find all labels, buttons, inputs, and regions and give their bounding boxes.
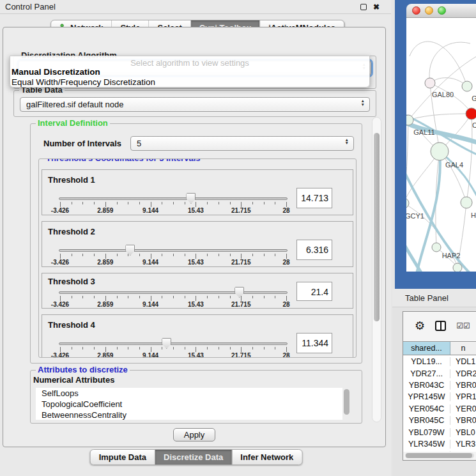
network-node-gcy1[interactable] (406, 198, 409, 208)
attribute-list-item[interactable]: BetweennessCentrality (36, 410, 350, 420)
tab-infer-network[interactable]: Infer Network (232, 450, 302, 464)
network-node[interactable] (453, 263, 462, 272)
table-row[interactable]: YBR045CYBR0 (403, 415, 476, 426)
threshold-4-panel: Threshold 4-3.4262.8599.14415.4321.71528… (42, 314, 353, 358)
threshold-3-panel: Threshold 3-3.4262.8599.14415.4321.71528… (42, 273, 353, 309)
table-data-combobox[interactable]: galFiltered.sif default node ▲▼ (20, 97, 370, 112)
network-edge[interactable] (408, 114, 472, 120)
network-node-gal80[interactable] (425, 78, 435, 88)
tab-discretize-data[interactable]: Discretize Data (155, 450, 232, 464)
network-edge-highlighted[interactable] (417, 151, 440, 272)
table-panel: Table Panel ⚙ ☑☑ shared... n YDL19...YDL… (392, 289, 476, 476)
checkbox-icon[interactable]: ☑☑ (456, 322, 470, 330)
threshold-label: Threshold 1 (48, 175, 95, 185)
threshold-value-field[interactable]: 6.316 (296, 240, 332, 260)
split-view-icon[interactable] (435, 321, 446, 331)
node-table-card: ⚙ ☑☑ shared... n YDL19...YDL1YDR27...YDR… (403, 311, 476, 461)
cell-shared-name: YDL19... (403, 357, 450, 366)
spinner-arrows-icon[interactable]: ▲▼ (361, 99, 365, 106)
slider-axis-labels: -3.4262.8599.14415.4321.71528 (60, 352, 286, 358)
panel-scrollbar[interactable] (372, 117, 381, 422)
column-header-shared[interactable]: shared... (403, 342, 450, 355)
threshold-label: Threshold 2 (48, 227, 95, 236)
float-window-icon[interactable] (360, 4, 367, 10)
table-row[interactable]: YLR345WYLR3 (403, 438, 476, 450)
table-header-row: shared... n (403, 341, 476, 355)
cell-name: YLR3 (450, 440, 476, 449)
network-edge[interactable] (406, 120, 408, 203)
network-node-label: GAL80 (432, 91, 454, 98)
network-edge[interactable] (410, 42, 467, 86)
table-row[interactable]: YER054CYER0 (403, 403, 476, 415)
network-node-h[interactable] (461, 197, 472, 208)
apply-button[interactable]: Apply (173, 428, 215, 441)
network-node-gal4[interactable] (431, 142, 449, 160)
control-panel-titlebar: Control Panel ✖ (0, 0, 391, 14)
cell-name: YBL0 (450, 428, 476, 437)
slider-track[interactable] (59, 342, 288, 345)
table-row[interactable]: YDL19...YDL1 (403, 356, 476, 367)
close-icon[interactable]: ✖ (373, 4, 380, 10)
attribute-list-item[interactable]: TopologicalCoefficient (36, 399, 350, 410)
network-node-g[interactable] (462, 81, 472, 91)
network-edge[interactable] (430, 78, 467, 86)
threshold-1-panel: Threshold 1-3.4262.8599.14415.4321.71528… (42, 169, 353, 215)
numerical-attributes-label: Numerical Attributes (33, 375, 114, 385)
network-node-label: HAP2 (442, 252, 461, 259)
attribute-list-item[interactable]: SelfLoops (36, 388, 350, 399)
list-scrollbar[interactable] (342, 388, 350, 420)
cyni-toolbox-panel: Discretization Algorithm ▲▼ Select algor… (3, 27, 386, 447)
network-view-window: GAL80G.CGAL11GAL4GCY1HHAP2 (395, 0, 476, 289)
dropdown-option-equal-width-frequency[interactable]: Equal Width/Frequency Discretization (12, 77, 155, 87)
network-node-c[interactable] (466, 108, 476, 119)
threshold-value-field[interactable]: 14.713 (296, 188, 332, 208)
number-of-intervals-combobox[interactable]: 5 ▲▼ (130, 136, 354, 151)
group-title: Threshold's Coordinates for 5 Intervals (44, 158, 202, 163)
network-node-label: G. (472, 95, 476, 102)
table-toolbar: ⚙ ☑☑ (403, 312, 476, 340)
threshold-2-panel: Threshold 2-3.4262.8599.14415.4321.71528… (42, 221, 353, 267)
table-horizontal-scrollbar[interactable] (405, 453, 474, 458)
minimize-traffic-light-icon[interactable] (425, 6, 433, 15)
spinner-arrows-icon[interactable]: ▲▼ (345, 138, 349, 145)
table-row[interactable]: YBL079WYBL0 (403, 426, 476, 438)
table-row[interactable]: YPR145WYPR1 (403, 391, 476, 403)
cell-name: YDL1 (450, 357, 476, 366)
slider-track[interactable] (59, 197, 288, 200)
cell-name: YDR2 (450, 369, 476, 378)
gear-icon[interactable]: ⚙ (415, 320, 425, 332)
network-node-gal11[interactable] (406, 115, 413, 125)
bottom-tab-bar: Impute DataDiscretize DataInfer Network (90, 449, 303, 465)
table-row[interactable]: YBR043CYBR0 (403, 380, 476, 391)
slider-track[interactable] (59, 291, 288, 294)
table-row[interactable]: YIL052CYIL0 (403, 450, 476, 452)
number-of-intervals-value: 5 (137, 139, 141, 148)
group-title: Attributes to discretize (36, 365, 130, 374)
network-edge[interactable] (466, 114, 472, 203)
close-traffic-light-icon[interactable] (412, 6, 420, 15)
slider-axis-labels: -3.4262.8599.14415.4321.71528 (60, 207, 286, 215)
cell-shared-name: YBR043C (403, 381, 450, 390)
cell-shared-name: YBL079W (403, 428, 450, 437)
network-node-label: GCY1 (406, 212, 424, 220)
network-edge[interactable] (429, 42, 470, 83)
zoom-traffic-light-icon[interactable] (438, 6, 446, 15)
threshold-value-field[interactable]: 21.4 (296, 282, 332, 301)
tab-impute-data[interactable]: Impute Data (91, 450, 155, 464)
cell-name: YBR0 (450, 381, 476, 390)
numerical-attributes-list[interactable]: SelfLoopsTopologicalCoefficientBetweenne… (36, 388, 350, 420)
group-title: Interval Definition (36, 118, 110, 128)
slider-track[interactable] (59, 249, 288, 252)
table-row[interactable]: YDR27...YDR2 (403, 367, 476, 379)
dropdown-option-manual-discretization[interactable]: Manual Discretization (12, 67, 100, 77)
column-header-name[interactable]: n (450, 342, 476, 355)
network-canvas[interactable]: GAL80G.CGAL11GAL4GCY1HHAP2 (406, 18, 476, 272)
slider-axis-labels: -3.4262.8599.14415.4321.71528 (60, 259, 286, 266)
table-body: YDL19...YDL1YDR27...YDR2YBR043CYBR0YPR14… (403, 356, 476, 452)
threshold-value-field[interactable]: 11.344 (296, 333, 332, 353)
control-panel-window: Control Panel ✖ NetworkStyleSelectCyni T… (0, 0, 391, 476)
network-node-hap2[interactable] (432, 243, 441, 252)
table-panel-title: Table Panel (405, 293, 449, 303)
dropdown-placeholder: Select algorithm to view settings (10, 58, 369, 68)
number-of-intervals-label: Number of Intervals (43, 139, 121, 148)
